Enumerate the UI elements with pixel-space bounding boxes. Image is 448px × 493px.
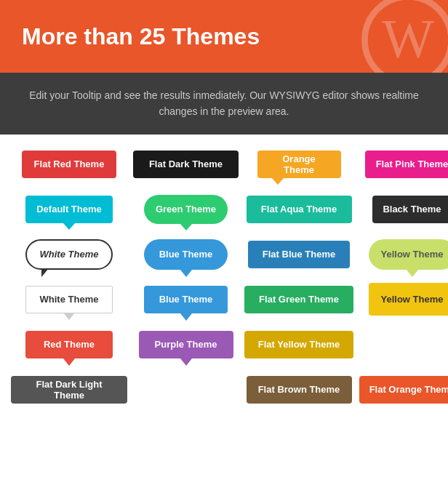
theme-cell-yellow-speech: Yellow Theme (359, 236, 448, 273)
theme-cell-black: Black Theme (359, 191, 448, 228)
theme-flat-aqua[interactable]: Flat Aqua Theme (247, 196, 352, 223)
theme-cell-yellow-box: Yellow Theme (359, 281, 448, 318)
theme-cell-red: Red Theme (11, 326, 127, 364)
theme-cell-flat-red: Flat Red Theme (11, 145, 127, 183)
theme-flat-red[interactable]: Flat Red Theme (22, 151, 116, 178)
theme-cell-purple: Purple Theme (133, 326, 239, 364)
theme-cell-empty1 (359, 326, 448, 364)
theme-flat-blue[interactable]: Flat Blue Theme (248, 241, 350, 268)
theme-cell-flat-dark: Flat Dark Theme (133, 145, 239, 183)
theme-cell-blue-box: Blue Theme (133, 281, 239, 318)
theme-flat-green[interactable]: Flat Green Theme (244, 286, 353, 313)
theme-white-speech[interactable]: White Theme (25, 239, 113, 270)
theme-cell-flat-blue: Flat Blue Theme (244, 236, 353, 273)
theme-cell-empty2 (133, 371, 239, 409)
theme-cell-flat-yellow: Flat Yellow Theme (244, 326, 353, 364)
wordpress-logo: W (361, 0, 448, 73)
theme-cell-flat-dark-light: Flat Dark Light Theme (11, 371, 127, 409)
theme-purple[interactable]: Purple Theme (139, 331, 233, 358)
theme-cell-default: Default Theme (11, 191, 127, 228)
theme-flat-pink[interactable]: Flat Pink Theme (365, 151, 449, 178)
svg-text:W: W (382, 8, 434, 69)
header-section: More than 25 Themes W (0, 0, 448, 73)
theme-flat-dark-light[interactable]: Flat Dark Light Theme (11, 376, 127, 404)
subtitle-bar: Edit your Tooltip and see the results in… (0, 73, 448, 135)
theme-cell-flat-orange: Flat Orange Theme (359, 371, 448, 409)
theme-cell-flat-aqua: Flat Aqua Theme (244, 191, 353, 228)
theme-cell-flat-green: Flat Green Theme (244, 281, 353, 318)
theme-blue-speech[interactable]: Blue Theme (144, 239, 228, 270)
theme-flat-dark[interactable]: Flat Dark Theme (133, 151, 239, 178)
theme-cell-flat-pink: Flat Pink Theme (359, 145, 448, 183)
theme-cell-white-box: White Theme (11, 281, 127, 318)
theme-cell-flat-brown: Flat Brown Theme (244, 371, 353, 409)
theme-red[interactable]: Red Theme (25, 331, 113, 358)
theme-black[interactable]: Black Theme (372, 196, 449, 223)
theme-orange[interactable]: Orange Theme (257, 151, 341, 178)
themes-section: Flat Red Theme Flat Dark Theme Orange Th… (0, 135, 448, 423)
subtitle-text: Edit your Tooltip and see the results in… (29, 87, 419, 120)
themes-grid: Flat Red Theme Flat Dark Theme Orange Th… (11, 145, 437, 409)
theme-yellow-box[interactable]: Yellow Theme (369, 283, 449, 316)
theme-flat-yellow[interactable]: Flat Yellow Theme (244, 331, 353, 358)
theme-flat-orange[interactable]: Flat Orange Theme (359, 376, 448, 404)
theme-blue-box[interactable]: Blue Theme (144, 286, 228, 313)
theme-cell-green: Green Theme (133, 191, 239, 228)
page-title: More than 25 Themes (22, 23, 260, 50)
theme-cell-orange: Orange Theme (244, 145, 353, 183)
theme-flat-brown[interactable]: Flat Brown Theme (247, 376, 352, 404)
theme-default[interactable]: Default Theme (25, 196, 113, 223)
theme-cell-white-speech: White Theme (11, 236, 127, 273)
theme-yellow-speech[interactable]: Yellow Theme (369, 239, 449, 270)
theme-green[interactable]: Green Theme (144, 195, 228, 224)
theme-white-box[interactable]: White Theme (25, 286, 113, 313)
theme-cell-blue-speech: Blue Theme (133, 236, 239, 273)
